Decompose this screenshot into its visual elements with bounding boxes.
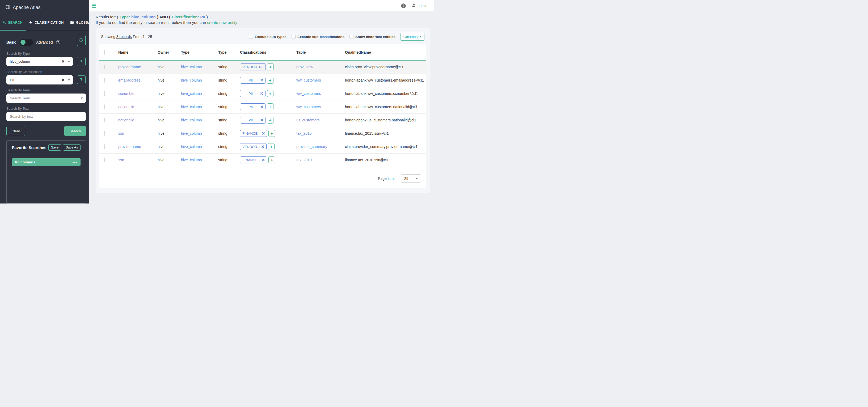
datatype-cell: string xyxy=(215,140,236,153)
add-classification-button[interactable] xyxy=(267,63,274,70)
table-name-link[interactable]: ww_customers xyxy=(296,105,321,109)
exclude-subclassifications-checkbox[interactable]: Exclude sub-classifications xyxy=(291,35,344,39)
qualifiedname-cell: hortoniabank.ww_customers.emailaddress@c… xyxy=(341,73,426,87)
type-select[interactable]: hive_column ✖ xyxy=(6,57,73,66)
entity-name-link[interactable]: providername xyxy=(118,145,141,149)
table-name-link[interactable]: provider_summary xyxy=(296,145,327,149)
classification-chip-label: PII xyxy=(242,92,259,96)
show-historical-entities-checkbox[interactable]: Show historical entities xyxy=(349,35,396,39)
table-name-link[interactable]: ww_customers xyxy=(296,91,321,96)
table-name-link[interactable]: ww_customers xyxy=(296,78,321,82)
exclude-subtypes-checkbox[interactable]: Exclude sub-types xyxy=(249,35,286,39)
entity-name-link[interactable]: ssn xyxy=(118,158,124,162)
classification-chip[interactable]: PII xyxy=(240,117,266,124)
save-button[interactable]: Save xyxy=(49,144,61,151)
row-checkbox[interactable] xyxy=(104,144,105,149)
remove-classification-icon[interactable] xyxy=(260,119,263,121)
entity-name-link[interactable]: emailaddress xyxy=(118,78,140,82)
entity-type-link[interactable]: hive_column xyxy=(181,145,202,149)
entity-name-link[interactable]: nationalid xyxy=(118,118,134,122)
basic-advanced-toggle[interactable] xyxy=(20,39,33,46)
entity-type-link[interactable]: hive_column xyxy=(181,78,202,82)
entity-type-link[interactable]: hive_column xyxy=(181,118,202,122)
add-classification-button[interactable] xyxy=(268,143,275,150)
entity-name-link[interactable]: providername xyxy=(118,65,141,69)
select-all-checkbox[interactable] xyxy=(104,50,105,55)
entity-name-link[interactable]: ccnumber xyxy=(118,91,134,96)
remove-classification-icon[interactable] xyxy=(262,132,265,135)
clear-type-icon[interactable]: ✖ xyxy=(62,60,65,63)
remove-classification-icon[interactable] xyxy=(260,79,263,82)
classification-select[interactable]: PII ✖ xyxy=(6,75,73,85)
advanced-help-icon[interactable] xyxy=(56,40,60,44)
create-new-entity-link[interactable]: create new entity xyxy=(207,20,237,25)
remove-classification-icon[interactable] xyxy=(260,92,263,95)
row-checkbox[interactable] xyxy=(104,118,105,123)
clear-button[interactable]: Clear xyxy=(6,126,25,136)
classification-chip[interactable]: PII xyxy=(240,77,266,84)
entity-type-link[interactable]: hive_column xyxy=(181,105,202,109)
hamburger-menu-icon[interactable] xyxy=(92,4,96,8)
entity-type-link[interactable]: hive_column xyxy=(181,131,202,135)
qualifiedname-cell: hortoniabank.us_customers.nationalid@cl1 xyxy=(341,114,426,127)
qualifiedname-cell: finance.tax_2015.ssn@cl1 xyxy=(341,127,426,140)
add-classification-button[interactable] xyxy=(267,117,274,124)
row-checkbox[interactable] xyxy=(104,104,105,109)
add-classification-button[interactable] xyxy=(267,103,274,110)
table-name-link[interactable]: tax_2010 xyxy=(296,158,312,162)
help-icon[interactable] xyxy=(401,3,406,8)
row-checkbox[interactable] xyxy=(104,91,105,96)
add-classification-button[interactable] xyxy=(267,77,274,84)
ellipsis-menu-icon[interactable] xyxy=(72,162,78,163)
save-as-button[interactable]: Save As xyxy=(63,144,81,151)
add-classification-button[interactable] xyxy=(269,130,275,137)
term-select[interactable]: Search Term xyxy=(6,94,86,103)
columns-dropdown-button[interactable]: Columns xyxy=(401,33,425,41)
results-type-value: hive_column xyxy=(131,14,156,19)
classification-chip[interactable]: VENDOR... xyxy=(240,143,267,150)
add-classification-button[interactable] xyxy=(269,156,275,163)
refresh-button[interactable] xyxy=(77,35,86,46)
tab-glossary[interactable]: GLOSSARY xyxy=(67,15,99,31)
row-checkbox[interactable] xyxy=(104,65,105,69)
classification-chip[interactable]: PII xyxy=(240,90,266,97)
search-by-term-label: Search By Term xyxy=(6,89,86,92)
entity-type-link[interactable]: hive_column xyxy=(181,65,202,69)
records-count-link[interactable]: 8 records xyxy=(116,35,132,39)
row-checkbox[interactable] xyxy=(104,131,105,136)
classification-chip[interactable]: PII xyxy=(240,103,266,110)
search-text-input[interactable] xyxy=(6,112,86,121)
page-limit-select[interactable]: 25 xyxy=(401,174,421,183)
search-button[interactable]: Search xyxy=(64,126,86,136)
entity-type-link[interactable]: hive_column xyxy=(181,158,202,162)
tab-search[interactable]: SEARCH xyxy=(0,15,26,31)
classification-chip[interactable]: FINANCE... xyxy=(240,156,267,163)
checkbox[interactable] xyxy=(249,35,253,39)
checkbox[interactable] xyxy=(291,35,296,39)
type-filter-button[interactable] xyxy=(77,57,86,66)
entity-name-link[interactable]: nationalid xyxy=(118,105,134,109)
classification-chip[interactable]: VENDOR_PII xyxy=(240,63,266,70)
results-type-key: Type: xyxy=(120,14,130,19)
qualifiedname-cell: claim.provider_summary.providername@cl1 xyxy=(341,140,426,153)
table-name-link[interactable]: tax_2015 xyxy=(296,131,312,135)
favorite-search-item[interactable]: PII columns xyxy=(12,158,81,166)
row-checkbox[interactable] xyxy=(104,158,105,162)
remove-classification-icon[interactable] xyxy=(262,159,265,161)
checkbox[interactable] xyxy=(349,35,353,39)
table-name-link[interactable]: prov_view xyxy=(296,65,313,69)
table-name-link[interactable]: us_customers xyxy=(296,118,319,122)
tab-classification[interactable]: CLASSIFICATION xyxy=(26,15,67,31)
classification-chip[interactable]: FINANCE... xyxy=(240,130,267,137)
entity-name-link[interactable]: ssn xyxy=(118,131,124,135)
remove-classification-icon[interactable] xyxy=(261,145,264,148)
add-classification-button[interactable] xyxy=(267,90,274,97)
remove-classification-icon[interactable] xyxy=(260,105,263,108)
table-row: nationalidhivehive_columnstringPIIus_cus… xyxy=(99,114,426,127)
entity-type-link[interactable]: hive_column xyxy=(181,91,202,96)
owner-cell: hive xyxy=(154,87,177,100)
classification-filter-button[interactable] xyxy=(77,75,86,84)
row-checkbox[interactable] xyxy=(104,78,105,83)
user-menu[interactable]: admin xyxy=(412,3,427,8)
clear-classification-icon[interactable]: ✖ xyxy=(62,78,65,82)
